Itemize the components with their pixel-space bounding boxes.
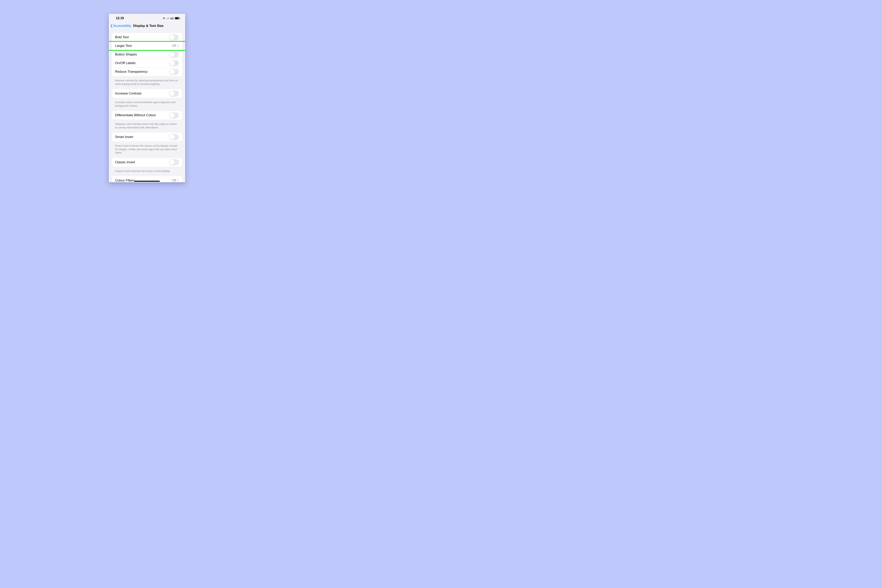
row-value: Off <box>172 178 176 182</box>
network-type-label: 4G <box>170 16 174 20</box>
group-footer: Replaces user interface items that rely … <box>112 121 182 133</box>
group-classic-invert: Classic Invert <box>112 158 182 166</box>
group-footer: Smart Invert reverses the colours of the… <box>112 143 182 158</box>
group-footer: Classic Invert reverses the colours of t… <box>112 168 182 176</box>
status-time: 12:19 <box>116 16 124 20</box>
group-increase-contrast: Increase Contrast <box>112 89 182 98</box>
row-button-shapes[interactable]: Button Shapes <box>112 50 182 59</box>
row-label: Classic Invert <box>115 160 135 164</box>
row-label: On/Off Labels <box>115 61 136 65</box>
group-footer: Improve contrast by reducing transparenc… <box>112 78 182 89</box>
row-label: Differentiate Without Colour <box>115 113 156 117</box>
row-increase-contrast[interactable]: Increase Contrast <box>112 89 182 98</box>
row-differentiate-without-colour[interactable]: Differentiate Without Colour <box>112 111 182 120</box>
row-label: Reduce Transparency <box>115 70 148 74</box>
row-label: Colour Filters <box>115 178 135 182</box>
group-differentiate-without-colour: Differentiate Without Colour <box>112 111 182 120</box>
status-bar: 12:19 4G <box>109 14 185 23</box>
toggle-reduce-transparency[interactable] <box>169 69 179 75</box>
settings-list[interactable]: Bold Text Larger Text Off Button Shapes … <box>109 29 185 182</box>
row-label: Bold Text <box>115 35 129 39</box>
row-label: Increase Contrast <box>115 92 141 96</box>
row-label: Button Shapes <box>115 52 137 57</box>
iphone-screen: 12:19 4G Accessibility <box>109 14 185 182</box>
chevron-right-icon <box>177 179 179 182</box>
row-smart-invert[interactable]: Smart Invert <box>112 133 182 141</box>
group-footer: Increase colour contrast between app for… <box>112 99 182 111</box>
switch-off-marker <box>176 62 177 64</box>
back-label: Accessibility <box>113 24 131 28</box>
row-value: Off <box>172 44 176 48</box>
group-smart-invert: Smart Invert <box>112 133 182 141</box>
toggle-button-shapes[interactable] <box>169 51 179 58</box>
toggle-classic-invert[interactable] <box>169 159 179 165</box>
chevron-left-icon <box>110 24 113 28</box>
row-reduce-transparency[interactable]: Reduce Transparency <box>112 68 182 76</box>
toggle-increase-contrast[interactable] <box>169 90 179 97</box>
toggle-smart-invert[interactable] <box>169 134 179 140</box>
home-indicator[interactable] <box>134 181 160 182</box>
dual-sim-icon <box>163 18 165 19</box>
row-classic-invert[interactable]: Classic Invert <box>112 158 182 166</box>
row-label: Larger Text <box>115 44 132 48</box>
battery-icon <box>175 17 180 20</box>
toggle-on-off-labels[interactable] <box>169 60 179 66</box>
row-on-off-labels[interactable]: On/Off Labels <box>112 59 182 68</box>
row-bold-text[interactable]: Bold Text <box>112 33 182 42</box>
status-right-cluster: 4G <box>163 16 180 20</box>
toggle-bold-text[interactable] <box>169 34 179 40</box>
row-larger-text[interactable]: Larger Text Off <box>112 42 182 50</box>
cell-signal-icon <box>166 17 169 19</box>
toggle-differentiate-without-colour[interactable] <box>169 112 179 118</box>
group-text-display: Bold Text Larger Text Off Button Shapes … <box>112 33 182 76</box>
row-label: Smart Invert <box>115 135 133 139</box>
back-button[interactable]: Accessibility <box>110 24 131 28</box>
chevron-right-icon <box>177 45 179 47</box>
page-title: Display & Text Size <box>133 24 164 28</box>
navigation-bar: Accessibility Display & Text Size <box>109 23 185 29</box>
